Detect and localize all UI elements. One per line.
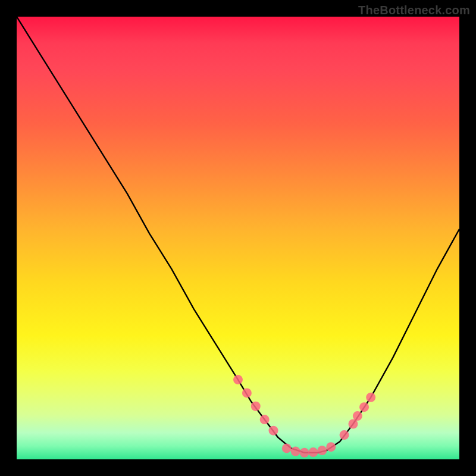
chart-frame: TheBottleneck.com xyxy=(0,0,476,476)
watermark-text: TheBottleneck.com xyxy=(358,4,470,17)
plot-gradient-background xyxy=(17,17,459,459)
